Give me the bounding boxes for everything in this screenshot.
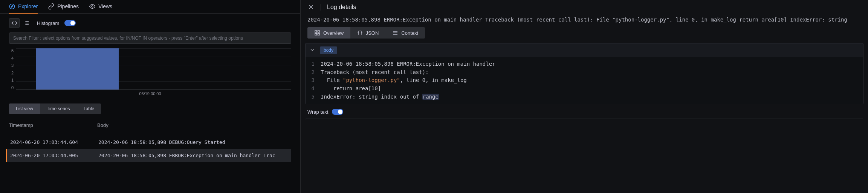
th-body[interactable]: Body (97, 122, 108, 128)
dtab-json[interactable]: {} JSON (350, 27, 385, 39)
link-icon (48, 3, 54, 9)
x-tick: 06/19 00:00 (9, 91, 291, 96)
dtab-label: Context (401, 30, 418, 36)
table-row[interactable]: 2024-06-20 17:03:44.604 2024-20-06 18:58… (6, 136, 291, 149)
braces-icon: {} (357, 30, 362, 36)
svg-rect-9 (315, 31, 317, 32)
svg-rect-12 (315, 33, 317, 35)
toolbar: Histogram (0, 14, 300, 32)
grid-icon (314, 30, 320, 36)
next-section-peek (305, 119, 863, 126)
body-section: body 12024-20-06 18:58:05,898 ERROR:Exce… (305, 43, 863, 104)
wrap-text-toggle[interactable] (332, 109, 343, 115)
drawer-title: Log details (327, 4, 356, 11)
tab-label: Pipelines (57, 3, 79, 9)
cell-body: 2024-20-06 18:58:05,898 ERROR:Exception … (98, 153, 291, 158)
dtab-label: Overview (323, 30, 344, 36)
divider (321, 4, 321, 11)
dtab-label: JSON (366, 30, 379, 36)
histogram-bar[interactable] (36, 48, 119, 90)
detail-tabs: Overview {} JSON Context (301, 27, 868, 43)
log-summary: 2024-20-06 18:58:05,898 ERROR:Exception … (301, 14, 868, 27)
code-toggle-button[interactable] (9, 18, 20, 28)
main-tab-bar: Explorer Pipelines Views (0, 0, 300, 14)
tab-views[interactable]: Views (89, 0, 112, 14)
svg-rect-10 (318, 31, 319, 32)
svg-point-2 (92, 6, 93, 7)
chevron-down-icon[interactable] (309, 47, 315, 54)
dtab-overview[interactable]: Overview (307, 27, 350, 39)
view-pill-table[interactable]: Table (77, 103, 101, 114)
compass-icon (9, 3, 15, 9)
svg-point-0 (9, 4, 14, 9)
eye-icon (89, 3, 95, 9)
wrap-text-label: Wrap text (307, 109, 328, 115)
list-icon (392, 30, 398, 36)
wrap-text-row: Wrap text (301, 109, 868, 119)
svg-rect-11 (318, 33, 319, 35)
view-pill-list[interactable]: List view (9, 103, 40, 114)
cell-timestamp: 2024-06-20 17:03:44.604 (10, 139, 98, 145)
histogram-label: Histogram (37, 20, 59, 26)
tab-label: Views (98, 3, 112, 9)
tab-label: Explorer (18, 3, 38, 9)
list-toggle-button[interactable] (21, 18, 32, 28)
body-tag[interactable]: body (320, 46, 337, 54)
tab-pipelines[interactable]: Pipelines (48, 0, 79, 14)
table-row[interactable]: 2024-06-20 17:03:44.005 2024-20-06 18:58… (6, 149, 291, 162)
dtab-context[interactable]: Context (385, 27, 425, 39)
log-table: Timestamp Body 2024-06-20 17:03:44.604 2… (0, 119, 300, 162)
table-header-row: Timestamp Body (9, 119, 291, 132)
view-mode-pills: List view Time series Table (0, 99, 300, 119)
y-axis: 5 4 3 2 1 0 (9, 48, 16, 90)
drawer-header: ✕ Log details (301, 0, 868, 14)
main-pane: Explorer Pipelines Views Histogram (0, 0, 301, 193)
close-icon[interactable]: ✕ (307, 4, 315, 11)
tab-explorer[interactable]: Explorer (9, 0, 38, 14)
histogram-toggle[interactable] (64, 20, 76, 26)
th-timestamp[interactable]: Timestamp (9, 122, 97, 128)
log-details-drawer: ✕ Log details 2024-20-06 18:58:05,898 ER… (301, 0, 868, 193)
search-filter-input[interactable] (9, 32, 291, 44)
log-body-code[interactable]: 12024-20-06 18:58:05,898 ERROR:Exception… (306, 57, 863, 104)
cell-timestamp: 2024-06-20 17:03:44.005 (10, 153, 98, 158)
histogram-chart: 5 4 3 2 1 0 06/19 00:00 (0, 48, 300, 99)
view-pill-timeseries[interactable]: Time series (40, 103, 77, 114)
cell-body: 2024-20-06 18:58:05,898 DEBUG:Query Star… (98, 139, 291, 145)
svg-marker-1 (11, 5, 13, 7)
